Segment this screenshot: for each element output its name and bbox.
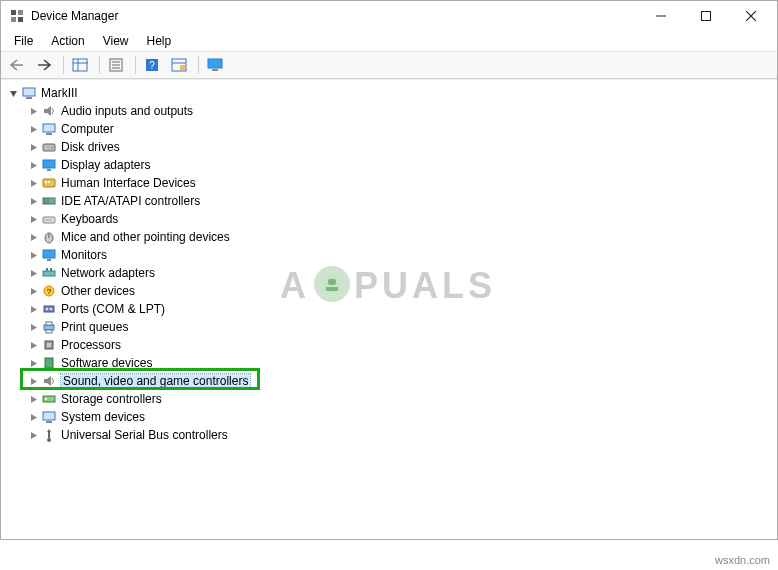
menu-help[interactable]: Help (138, 32, 181, 50)
svg-rect-23 (26, 97, 32, 99)
expand-icon[interactable] (27, 177, 39, 189)
expand-icon[interactable] (27, 123, 39, 135)
svg-rect-25 (46, 133, 52, 135)
tree-item-label: IDE ATA/ATAPI controllers (61, 194, 200, 208)
computer-icon (21, 85, 37, 101)
svg-rect-47 (50, 268, 52, 271)
monitor-button[interactable] (203, 54, 227, 76)
expand-icon[interactable] (27, 213, 39, 225)
tree-item-label: Software devices (61, 356, 152, 370)
tree-item-label: Computer (61, 122, 114, 136)
svg-point-39 (48, 219, 49, 220)
expand-icon[interactable] (27, 105, 39, 117)
expand-icon[interactable] (27, 357, 39, 369)
menu-view[interactable]: View (94, 32, 138, 50)
forward-button[interactable] (32, 54, 56, 76)
tree-item-hid[interactable]: Human Interface Devices (25, 174, 777, 192)
svg-point-40 (50, 219, 51, 220)
tree-item-ports[interactable]: Ports (COM & LPT) (25, 300, 777, 318)
tree-item-other[interactable]: ? Other devices (25, 282, 777, 300)
svg-rect-44 (47, 259, 51, 261)
expand-icon[interactable] (27, 429, 39, 441)
expand-icon[interactable] (27, 285, 39, 297)
help-button[interactable]: ? (140, 54, 164, 76)
tree-item-disk-drives[interactable]: Disk drives (25, 138, 777, 156)
svg-rect-28 (43, 160, 55, 168)
expand-icon[interactable] (27, 141, 39, 153)
svg-rect-2 (11, 17, 16, 22)
tree-item-label: Disk drives (61, 140, 120, 154)
expand-icon[interactable] (27, 195, 39, 207)
minimize-button[interactable] (638, 2, 683, 30)
svg-text:?: ? (149, 60, 155, 71)
svg-rect-62 (46, 421, 52, 423)
svg-point-27 (51, 147, 53, 149)
tree-item-label: Print queues (61, 320, 128, 334)
tree-item-computer[interactable]: Computer (25, 120, 777, 138)
svg-rect-3 (18, 17, 23, 22)
svg-rect-46 (46, 268, 48, 271)
properties-button[interactable] (104, 54, 128, 76)
tree-root-node[interactable]: MarkIII (5, 84, 777, 102)
svg-rect-53 (44, 325, 54, 330)
svg-rect-22 (23, 88, 35, 96)
titlebar: Device Manager (1, 1, 777, 31)
tree-item-label: Keyboards (61, 212, 118, 226)
expand-icon[interactable] (27, 339, 39, 351)
menubar: File Action View Help (1, 31, 777, 51)
expand-icon[interactable] (27, 267, 39, 279)
tree-item-software-devices[interactable]: Software devices (25, 354, 777, 372)
source-attribution: wsxdn.com (715, 554, 770, 566)
toolbar-separator (63, 56, 64, 74)
svg-rect-31 (45, 181, 47, 183)
svg-rect-45 (43, 271, 55, 276)
expand-icon[interactable] (27, 411, 39, 423)
tree-item-display-adapters[interactable]: Display adapters (25, 156, 777, 174)
cpu-icon (41, 337, 57, 353)
expand-icon[interactable] (27, 303, 39, 315)
device-manager-window: Device Manager File Action View Help (0, 0, 778, 540)
svg-rect-43 (43, 250, 55, 258)
ide-icon (41, 193, 57, 209)
show-hide-tree-button[interactable] (68, 54, 92, 76)
tree-item-audio-io[interactable]: Audio inputs and outputs (25, 102, 777, 120)
device-tree[interactable]: MarkIII Audio inputs and outputs Compute… (1, 79, 777, 539)
expand-icon[interactable] (27, 321, 39, 333)
expand-icon[interactable] (27, 375, 39, 387)
menu-file[interactable]: File (5, 32, 42, 50)
expand-icon[interactable] (27, 159, 39, 171)
tree-item-print-queues[interactable]: Print queues (25, 318, 777, 336)
tree-item-ide[interactable]: IDE ATA/ATAPI controllers (25, 192, 777, 210)
tree-item-keyboards[interactable]: Keyboards (25, 210, 777, 228)
menu-action[interactable]: Action (42, 32, 93, 50)
close-button[interactable] (728, 2, 773, 30)
back-button[interactable] (5, 54, 29, 76)
collapse-icon[interactable] (7, 87, 19, 99)
svg-rect-59 (43, 396, 55, 402)
svg-rect-5 (701, 12, 710, 21)
tree-item-system-devices[interactable]: System devices (25, 408, 777, 426)
svg-rect-29 (47, 169, 51, 171)
maximize-button[interactable] (683, 2, 728, 30)
tree-item-monitors[interactable]: Monitors (25, 246, 777, 264)
expand-icon[interactable] (27, 249, 39, 261)
tree-item-label: Sound, video and game controllers (61, 374, 250, 388)
scan-hardware-button[interactable] (167, 54, 191, 76)
tree-item-usb[interactable]: Universal Serial Bus controllers (25, 426, 777, 444)
speaker-icon (41, 103, 57, 119)
tree-item-sound-video-game[interactable]: Sound, video and game controllers (25, 372, 777, 390)
expand-icon[interactable] (27, 393, 39, 405)
expand-icon[interactable] (27, 231, 39, 243)
tree-item-processors[interactable]: Processors (25, 336, 777, 354)
monitor-icon (41, 247, 57, 263)
svg-rect-0 (11, 10, 16, 15)
svg-rect-58 (45, 358, 53, 368)
svg-point-37 (44, 219, 45, 220)
tree-item-label: Human Interface Devices (61, 176, 196, 190)
svg-rect-54 (46, 322, 52, 325)
tree-item-label: Ports (COM & LPT) (61, 302, 165, 316)
system-icon (41, 409, 57, 425)
tree-item-storage-controllers[interactable]: Storage controllers (25, 390, 777, 408)
tree-item-network[interactable]: Network adapters (25, 264, 777, 282)
tree-item-mice[interactable]: Mice and other pointing devices (25, 228, 777, 246)
